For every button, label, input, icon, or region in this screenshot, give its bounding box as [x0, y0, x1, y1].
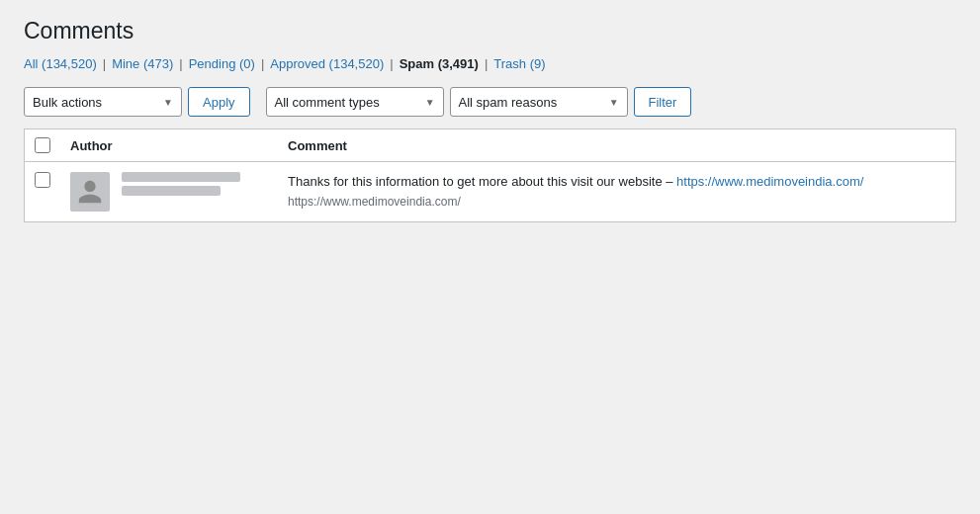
filter-pending[interactable]: Pending (0) — [189, 56, 255, 71]
sep5: | — [479, 56, 493, 71]
filter-spam-link[interactable]: Spam (3,491) — [400, 56, 479, 71]
filter-trash-link[interactable]: Trash (9) — [493, 56, 545, 71]
filter-trash[interactable]: Trash (9) — [493, 56, 545, 71]
select-all-checkbox[interactable] — [35, 137, 50, 153]
filter-group: All comment types ▼ All spam reasons ▼ F… — [266, 87, 692, 117]
sep1: | — [97, 56, 112, 71]
chevron-down-icon-2: ▼ — [425, 97, 435, 108]
author-name-placeholder — [122, 172, 240, 182]
apply-button[interactable]: Apply — [188, 87, 250, 117]
comment-link[interactable]: https://www.medimoveindia.com/ — [676, 174, 863, 189]
sep3: | — [255, 56, 270, 71]
row-checkbox-cell — [25, 162, 61, 222]
chevron-down-icon: ▼ — [163, 97, 173, 108]
bulk-actions-wrapper: Bulk actions ▼ Apply — [24, 87, 250, 117]
table-row: Thanks for this information to get more … — [25, 162, 956, 222]
bulk-actions-dropdown[interactable]: Bulk actions ▼ — [24, 87, 182, 117]
avatar — [70, 172, 110, 212]
page-title: Comments — [24, 18, 956, 44]
author-cell — [60, 162, 278, 222]
filter-mine[interactable]: Mine (473) — [112, 56, 173, 71]
comments-table: Author Comment — [24, 128, 956, 222]
filter-all[interactable]: All (134,520) — [24, 56, 97, 71]
comment-types-dropdown[interactable]: All comment types ▼ — [266, 87, 444, 117]
col-header-checkbox — [25, 129, 61, 162]
comment-types-label: All comment types — [275, 95, 380, 110]
filter-approved-link[interactable]: Approved (134,520) — [270, 56, 384, 71]
chevron-down-icon-3: ▼ — [609, 97, 619, 108]
row-checkbox[interactable] — [35, 172, 50, 188]
filter-spam[interactable]: Spam (3,491) — [400, 56, 479, 71]
author-detail-placeholder — [122, 186, 221, 196]
spam-reasons-label: All spam reasons — [459, 95, 558, 110]
sep2: | — [173, 56, 188, 71]
filter-all-link[interactable]: All (134,520) — [24, 56, 97, 71]
col-header-author: Author — [60, 129, 278, 162]
col-header-comment: Comment — [278, 129, 956, 162]
comment-cell: Thanks for this information to get more … — [278, 162, 956, 222]
author-info — [122, 172, 240, 196]
filter-pending-link[interactable]: Pending (0) — [189, 56, 255, 71]
comment-url: https://www.medimoveindia.com/ — [288, 195, 945, 209]
bulk-actions-label: Bulk actions — [33, 95, 102, 110]
filter-mine-link[interactable]: Mine (473) — [112, 56, 173, 71]
filter-approved[interactable]: Approved (134,520) — [270, 56, 384, 71]
comment-text: Thanks for this information to get more … — [288, 172, 945, 193]
user-avatar-icon — [76, 178, 104, 206]
filter-links: All (134,520) | Mine (473) | Pending (0)… — [24, 56, 956, 71]
spam-reasons-dropdown[interactable]: All spam reasons ▼ — [450, 87, 628, 117]
filter-button[interactable]: Filter — [634, 87, 692, 117]
tablenav-top: Bulk actions ▼ Apply All comment types ▼… — [24, 81, 956, 123]
sep4: | — [384, 56, 399, 71]
